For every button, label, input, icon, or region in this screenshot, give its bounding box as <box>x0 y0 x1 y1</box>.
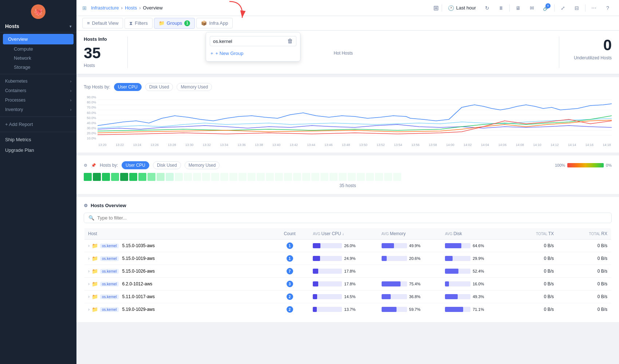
heatmap-cell[interactable] <box>193 173 201 181</box>
heatmap-legend-high: 100% <box>555 163 565 167</box>
heatmap-cell[interactable] <box>147 173 155 181</box>
heatmap-cell[interactable] <box>102 173 110 181</box>
heatmap-cell[interactable] <box>229 173 237 181</box>
sidebar-header[interactable]: Hosts ▾ <box>0 20 76 32</box>
row-folder-icon: 📁 <box>92 306 98 312</box>
row-tx-value: 0 B/s <box>544 243 554 248</box>
heatmap-cell[interactable] <box>84 173 92 181</box>
tab-default-view[interactable]: ≡ Default View <box>82 18 123 28</box>
hosts-overview-section: ⚙ Hosts Overview 🔍 Host Count AVG User C… <box>76 197 619 322</box>
topbar: ⊞ Infrastructure › Hosts › Overview ⊞ 🕐 … <box>76 0 619 16</box>
tab-groups[interactable]: 📁 Groups 1 <box>154 18 195 29</box>
row-rx-value: 0 B/s <box>598 307 607 312</box>
heatmap-cell[interactable] <box>330 173 338 181</box>
sidebar-item-processes[interactable]: Processes › <box>0 95 76 105</box>
tab-filters[interactable]: ⧗ Filters <box>125 18 152 29</box>
row-expand-icon[interactable]: › <box>88 256 90 261</box>
sidebar-item-network[interactable]: Network <box>10 54 76 63</box>
chart-filter-memory-used[interactable]: Memory Used <box>177 83 212 91</box>
heatmap-cell[interactable] <box>111 173 119 181</box>
heatmap-cell[interactable] <box>93 173 101 181</box>
heatmap-filter-disk-used[interactable]: Disk Used <box>153 161 181 169</box>
heatmap-cell[interactable] <box>157 173 165 181</box>
heatmap-cell[interactable] <box>202 173 210 181</box>
col-user-cpu[interactable]: AVG User CPU ↓ <box>309 228 378 240</box>
heatmap-cell[interactable] <box>375 173 383 181</box>
pause-button[interactable]: ⏸ <box>496 3 506 13</box>
row-cpu-cell: 14.5% <box>309 290 378 303</box>
heatmap-cell[interactable] <box>320 173 328 181</box>
chart-filter-disk-used[interactable]: Disk Used <box>145 83 173 91</box>
heatmap-cell[interactable] <box>393 173 401 181</box>
heatmap-cell[interactable] <box>366 173 374 181</box>
heatmap-cell[interactable] <box>120 173 128 181</box>
heatmap-cell[interactable] <box>166 173 174 181</box>
grid-view-icon[interactable]: ⊞ <box>433 4 439 12</box>
sidebar-item-inventory[interactable]: Inventory › <box>0 105 76 114</box>
heatmap-cell[interactable] <box>248 173 256 181</box>
monitor-icon-button[interactable]: 🖥 <box>513 3 524 13</box>
row-expand-icon[interactable]: › <box>88 281 90 286</box>
more-button[interactable]: ⋯ <box>588 3 599 13</box>
heatmap-cell[interactable] <box>266 173 274 181</box>
col-memory[interactable]: AVG Memory <box>378 228 442 240</box>
heatmap-cell[interactable] <box>357 173 365 181</box>
sidebar-item-overview[interactable]: Overview <box>3 34 74 44</box>
row-expand-icon[interactable]: › <box>88 243 90 248</box>
heatmap-filter-user-cpu[interactable]: User CPU <box>122 161 149 169</box>
hosts-overview-title-bar: ⚙ Hosts Overview <box>84 203 612 208</box>
heatmap-cell[interactable] <box>184 173 192 181</box>
new-group-button[interactable]: + + New Group <box>210 49 244 58</box>
col-disk[interactable]: AVG Disk <box>441 228 504 240</box>
sidebar-item-ship-metrics[interactable]: Ship Metrics <box>0 134 76 145</box>
groups-delete-button[interactable]: 🗑 <box>287 38 293 44</box>
row-expand-icon[interactable]: › <box>88 269 90 274</box>
refresh-button[interactable]: ↻ <box>482 3 493 13</box>
sidebar-item-kubernetes[interactable]: Kubernetes › <box>0 76 76 86</box>
tab-infra-app[interactable]: 📦 Infra App <box>196 18 233 28</box>
heatmap-cell[interactable] <box>129 173 137 181</box>
mail-icon-button[interactable]: ✉ <box>527 3 537 13</box>
row-expand-icon[interactable]: › <box>88 294 90 299</box>
heatmap-cell[interactable] <box>284 173 292 181</box>
expand-button[interactable]: ⤢ <box>557 3 568 13</box>
heatmap-filter-memory-used[interactable]: Memory Used <box>185 161 220 169</box>
heatmap-cell[interactable] <box>302 173 310 181</box>
groups-search-input[interactable] <box>213 39 284 44</box>
add-report-button[interactable]: + Add Report <box>0 119 76 130</box>
heatmap-cell[interactable] <box>275 173 283 181</box>
split-button[interactable]: ⊟ <box>571 3 582 13</box>
row-cpu-value: 17.8% <box>344 269 355 273</box>
sidebar-item-storage[interactable]: Storage <box>10 63 76 72</box>
heatmap-cell[interactable] <box>348 173 356 181</box>
heatmap-cell[interactable] <box>220 173 228 181</box>
link-badge: 8 <box>545 3 551 8</box>
hot-hosts-block: Hot Hosts <box>142 36 544 68</box>
row-tx-cell: 0 B/s <box>504 240 557 252</box>
link-icon-button[interactable]: 🔗 8 <box>540 3 551 13</box>
breadcrumb-hosts[interactable]: Hosts <box>125 5 137 11</box>
sidebar-item-upgrade-plan[interactable]: Upgrade Plan <box>0 145 76 155</box>
heatmap-cell[interactable] <box>293 173 301 181</box>
heatmap-cell[interactable] <box>311 173 319 181</box>
help-button[interactable]: ? <box>602 3 613 13</box>
heatmap-cell[interactable] <box>257 173 265 181</box>
heatmap-cell[interactable] <box>339 173 347 181</box>
sidebar-item-compute[interactable]: Compute <box>10 44 76 54</box>
heatmap-cell[interactable] <box>384 173 392 181</box>
breadcrumb-infrastructure[interactable]: Infrastructure <box>91 5 119 11</box>
row-host-cell: › 📁 os.kernel 5.15.0-1035-aws <box>84 240 270 252</box>
heatmap-cell[interactable] <box>175 173 183 181</box>
heatmap-cell[interactable] <box>238 173 247 181</box>
heatmap-cell[interactable] <box>211 173 219 181</box>
col-tx[interactable]: TOTAL TX <box>504 228 557 240</box>
col-rx[interactable]: TOTAL RX <box>557 228 611 240</box>
chart-filter-user-cpu[interactable]: User CPU <box>114 83 142 91</box>
filter-search-input[interactable] <box>97 215 607 221</box>
sidebar-item-containers[interactable]: Containers › <box>0 86 76 95</box>
row-cpu-bar-bg <box>313 281 342 286</box>
last-hour-button[interactable]: 🕐 Last hour <box>445 4 479 12</box>
heatmap-cell[interactable] <box>138 173 146 181</box>
row-disk-bar-fill <box>445 307 463 312</box>
row-expand-icon[interactable]: › <box>88 307 90 312</box>
